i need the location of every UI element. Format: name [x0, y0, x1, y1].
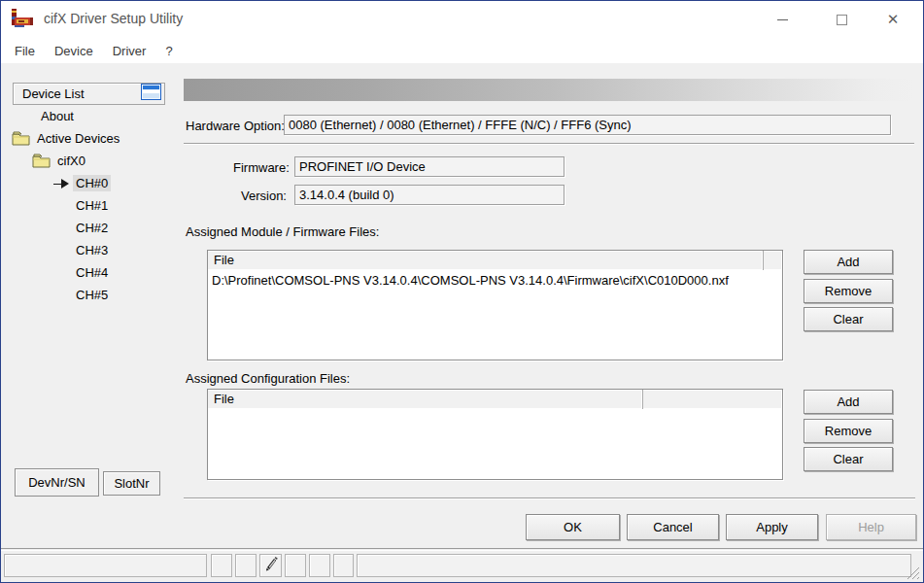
hardware-option-field: 0080 (Ethernet) / 0080 (Ethernet) / FFFE…	[284, 115, 891, 135]
tree-label[interactable]: CH#4	[73, 264, 111, 281]
status-panel	[333, 554, 354, 577]
module-clear-button[interactable]: Clear	[804, 307, 893, 331]
window-title: cifX Driver Setup Utility	[44, 11, 183, 26]
module-add-button[interactable]: Add	[804, 250, 893, 274]
minimize-button[interactable]	[760, 1, 804, 38]
current-channel-arrow-icon	[51, 177, 71, 192]
list-header: File	[208, 390, 782, 409]
status-panel	[309, 554, 330, 577]
help-button[interactable]: Help	[826, 514, 916, 540]
maximize-icon	[837, 15, 847, 25]
config-add-button[interactable]: Add	[804, 390, 893, 414]
maximize-button[interactable]	[819, 1, 864, 38]
minimize-icon	[777, 19, 788, 20]
tree-item-ch0[interactable]: CH#0	[1, 173, 176, 194]
firmware-label: Firmware:	[233, 160, 290, 175]
tree-label[interactable]: CH#3	[73, 242, 111, 258]
status-panel	[285, 554, 306, 577]
status-panel-edit	[259, 554, 282, 577]
tree-label[interactable]: Active Devices	[34, 130, 122, 147]
status-panel	[211, 554, 232, 577]
title-bar[interactable]: cifX Driver Setup Utility ✕	[1, 1, 923, 38]
file-column-header[interactable]: File	[208, 251, 764, 270]
folder-icon	[32, 153, 51, 168]
tree-label[interactable]: CH#0	[73, 175, 111, 191]
extra-column-header[interactable]	[643, 390, 782, 409]
ok-button[interactable]: OK	[526, 514, 620, 540]
status-bar	[1, 551, 923, 583]
config-remove-button[interactable]: Remove	[804, 419, 893, 443]
divider	[184, 497, 915, 499]
menu-bar: File Device Driver ?	[1, 38, 923, 63]
tree-item-active-devices[interactable]: Active Devices	[1, 128, 176, 150]
tab-devnr-sn[interactable]: DevNr/SN	[15, 468, 99, 497]
device-list-title: Device List	[22, 86, 141, 101]
status-panel-right	[357, 554, 911, 577]
tree-label[interactable]: CH#2	[73, 220, 111, 236]
list-header: File	[208, 251, 782, 270]
hardware-option-label: Hardware Option:	[186, 119, 285, 133]
version-field: 3.14.0.4 (build 0)	[294, 185, 565, 205]
menu-file[interactable]: File	[5, 41, 45, 61]
status-panel-main	[4, 554, 207, 577]
tree-label[interactable]: CH#5	[73, 287, 111, 303]
tree-item-about[interactable]: About	[1, 106, 176, 127]
tree-item-ch4[interactable]: CH#4	[1, 262, 176, 284]
divider	[184, 143, 914, 145]
menu-device[interactable]: Device	[45, 41, 103, 61]
tab-slotnr[interactable]: SlotNr	[103, 471, 160, 496]
config-files-label: Assigned Configuration Files:	[186, 371, 350, 386]
tree-label[interactable]: CH#1	[73, 197, 111, 214]
menu-help[interactable]: ?	[155, 41, 182, 61]
extra-column-header[interactable]	[764, 251, 782, 270]
header-banner	[184, 79, 914, 101]
tree-item-ch5[interactable]: CH#5	[1, 285, 176, 306]
close-icon: ✕	[887, 11, 900, 28]
close-button[interactable]: ✕	[871, 1, 915, 38]
config-files-list[interactable]: File	[207, 389, 783, 480]
tree-label[interactable]: About	[38, 108, 77, 124]
tree-label[interactable]: cifX0	[54, 153, 88, 169]
module-remove-button[interactable]: Remove	[804, 279, 893, 303]
tree-item-cifx0[interactable]: cifX0	[1, 151, 176, 172]
tree-item-ch1[interactable]: CH#1	[1, 195, 176, 217]
status-panel	[235, 554, 257, 577]
file-row[interactable]: D:\Profinet\COMSOL-PNS V3.14.0.4\COMSOL-…	[208, 271, 782, 290]
menu-driver[interactable]: Driver	[103, 41, 156, 61]
pencil-icon	[263, 556, 278, 576]
module-files-label: Assigned Module / Firmware Files:	[186, 224, 379, 239]
module-files-list[interactable]: File D:\Profinet\COMSOL-PNS V3.14.0.4\CO…	[207, 250, 783, 360]
cancel-button[interactable]: Cancel	[627, 514, 719, 540]
tree-item-ch3[interactable]: CH#3	[1, 240, 176, 261]
resize-grip-icon[interactable]	[907, 566, 920, 580]
firmware-field: PROFINET I/O Device	[294, 156, 565, 177]
device-list-header[interactable]: Device List	[13, 83, 165, 105]
app-window: cifX Driver Setup Utility ✕ File Device …	[0, 0, 924, 583]
window-panel-icon	[141, 84, 161, 104]
folder-icon	[12, 130, 31, 146]
file-column-header[interactable]: File	[208, 390, 643, 409]
tree-item-ch2[interactable]: CH#2	[1, 218, 176, 239]
app-icon	[11, 9, 36, 29]
version-label: Version:	[241, 189, 287, 203]
apply-button[interactable]: Apply	[726, 514, 818, 540]
config-clear-button[interactable]: Clear	[804, 447, 893, 471]
